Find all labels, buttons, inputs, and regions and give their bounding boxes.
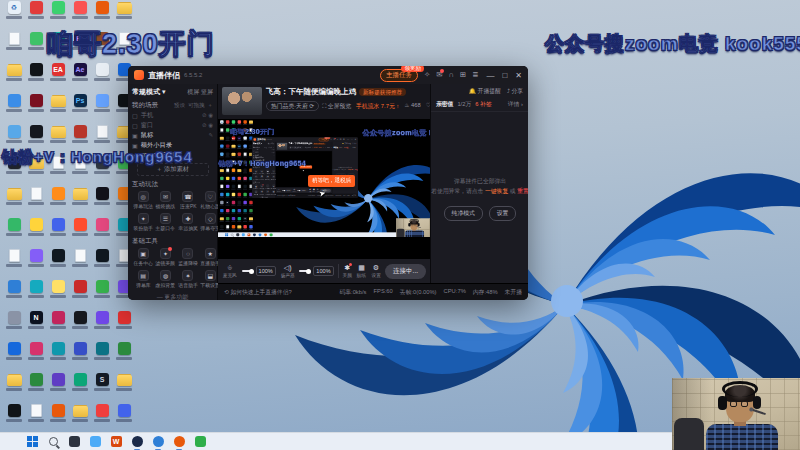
- desktop-icon[interactable]: [4, 218, 24, 244]
- tool-item[interactable]: ◍虚拟背景: [154, 270, 176, 290]
- tool-item[interactable]: ✚幸运抽奖: [177, 213, 199, 233]
- beauty-icon[interactable]: ✱: [344, 264, 350, 271]
- category-pill[interactable]: 热门品类·天府 ⟳: [266, 101, 319, 111]
- desktop-icon[interactable]: [4, 311, 24, 337]
- microphone-value[interactable]: 100%: [256, 266, 276, 276]
- fullscreen-preview-button[interactable]: ⛶ 全屏预览: [322, 102, 351, 111]
- desktop-icon[interactable]: [4, 342, 24, 368]
- desktop-icon[interactable]: S: [92, 373, 112, 399]
- desktop-icon[interactable]: [4, 187, 24, 213]
- desktop-icon[interactable]: [70, 311, 90, 337]
- desktop-icon[interactable]: [48, 311, 68, 337]
- settings-icon[interactable]: ⚙: [373, 264, 379, 271]
- desktop-icon[interactable]: [48, 373, 68, 399]
- tool-item[interactable]: ☎连麦PK: [177, 191, 199, 211]
- desktop-icon[interactable]: [26, 404, 46, 430]
- desktop-icon[interactable]: [92, 63, 112, 89]
- panel-settings-button[interactable]: 设置: [489, 206, 517, 221]
- details-link[interactable]: 详情 ›: [508, 100, 523, 109]
- scenes-link-1[interactable]: 预设: [174, 102, 185, 109]
- desktop-icon[interactable]: [92, 1, 112, 27]
- speaker-icon[interactable]: ◁): [284, 264, 292, 271]
- titlebar[interactable]: 直播伴侣 6.5.5.2 主播任务 领奖励 ✧ ✉ ∩ ⊞ ≣ — □ ✕: [128, 66, 528, 84]
- share-link[interactable]: ⤴ 分享: [507, 87, 523, 96]
- anchor-task-button[interactable]: 主播任务 领奖励: [380, 69, 418, 82]
- tool-item[interactable]: ✉福袋挑战: [154, 191, 176, 211]
- room-thumbnail[interactable]: [222, 87, 262, 115]
- taskbar-app[interactable]: [131, 436, 143, 448]
- desktop-icon[interactable]: [92, 94, 112, 120]
- intimacy-tab[interactable]: 亲密值: [436, 100, 453, 109]
- taskbar-app[interactable]: [89, 436, 101, 448]
- microphone-icon[interactable]: ⌾: [228, 264, 232, 271]
- desktop-icon[interactable]: [26, 218, 46, 244]
- more-functions-link[interactable]: — 更多功能: [132, 293, 213, 300]
- broadcast-reminder-link[interactable]: 🔔 开播提醒: [469, 87, 501, 96]
- desktop-icon[interactable]: [70, 218, 90, 244]
- desktop-icon[interactable]: [26, 63, 46, 89]
- scenes-add-icon[interactable]: ＋: [208, 102, 214, 109]
- tool-item[interactable]: ✶语音助手: [177, 270, 199, 290]
- edge-browser[interactable]: [152, 436, 164, 448]
- desktop-icon[interactable]: [48, 94, 68, 120]
- status-tip[interactable]: ⟲ 如何快速上手直播伴侣?: [224, 288, 292, 297]
- minimize-button[interactable]: —: [486, 71, 494, 80]
- desktop-icon[interactable]: [114, 404, 134, 430]
- desktop-icon[interactable]: [92, 342, 112, 368]
- desktop-icon[interactable]: EA: [48, 63, 68, 89]
- desktop-icon[interactable]: [4, 32, 24, 58]
- desktop-icon[interactable]: [4, 94, 24, 120]
- desktop-icon[interactable]: [92, 280, 112, 306]
- desktop-icon[interactable]: [114, 373, 134, 399]
- desktop-icon[interactable]: [48, 280, 68, 306]
- desktop-icon[interactable]: [70, 187, 90, 213]
- sticker-icon[interactable]: ▦: [358, 264, 365, 271]
- speaker-value[interactable]: 100%: [313, 266, 333, 276]
- desktop-icon[interactable]: [4, 373, 24, 399]
- desktop-icon[interactable]: [4, 249, 24, 275]
- desktop-icon[interactable]: [92, 249, 112, 275]
- desktop-icon[interactable]: [48, 1, 68, 27]
- desktop-icon[interactable]: [48, 187, 68, 213]
- tool-item[interactable]: ☰主题口令: [154, 213, 176, 233]
- desktop-icon[interactable]: Ps: [70, 94, 90, 120]
- apps-icon[interactable]: ⊞: [460, 71, 466, 79]
- desktop-icon[interactable]: [70, 404, 90, 430]
- desktop-icon[interactable]: [70, 342, 90, 368]
- stream-preview-canvas[interactable]: ♻NEAPrAePsS 咱哥2.30开门 公众号搜zoom电竞 kook5550…: [218, 120, 430, 258]
- reset-link[interactable]: 重置: [517, 188, 528, 194]
- desktop-icon[interactable]: [114, 342, 134, 368]
- desktop-icon[interactable]: [48, 404, 68, 430]
- effects-icon[interactable]: ✧: [424, 71, 430, 79]
- taskbar-app[interactable]: [173, 436, 185, 448]
- desktop-icon[interactable]: [114, 1, 134, 27]
- start-button[interactable]: [26, 436, 38, 448]
- desktop-icon[interactable]: [48, 249, 68, 275]
- desktop-icon[interactable]: [70, 1, 90, 27]
- desktop-icon[interactable]: N: [26, 311, 46, 337]
- tool-item[interactable]: ✦滤镜美颜: [154, 248, 176, 268]
- orientation-toggle[interactable]: 横屏 竖屏: [187, 88, 213, 97]
- maximize-button[interactable]: □: [502, 71, 507, 80]
- taskbar-app[interactable]: [194, 436, 206, 448]
- desktop-icon[interactable]: [4, 404, 24, 430]
- desktop-icon[interactable]: [92, 311, 112, 337]
- desktop-icon[interactable]: [26, 280, 46, 306]
- desktop-icon[interactable]: [92, 218, 112, 244]
- scenes-link-2[interactable]: 可拖拽: [188, 102, 205, 109]
- desktop-icon[interactable]: [26, 94, 46, 120]
- desktop-icon[interactable]: [48, 218, 68, 244]
- desktop-icon[interactable]: [4, 280, 24, 306]
- scene-item[interactable]: ▢窗口⊘ ◉: [132, 120, 213, 130]
- tool-item[interactable]: ◎弹幕玩法: [132, 191, 154, 211]
- desktop-icon[interactable]: [92, 404, 112, 430]
- desktop-icon[interactable]: [70, 373, 90, 399]
- speaker-slider[interactable]: [299, 270, 309, 272]
- desktop-icon[interactable]: [48, 342, 68, 368]
- taskbar-app[interactable]: [68, 436, 80, 448]
- desktop-icon[interactable]: [70, 280, 90, 306]
- tool-item[interactable]: ▣任务中心: [132, 248, 154, 268]
- desktop-icon[interactable]: [26, 342, 46, 368]
- scene-item[interactable]: ▣鼠标✎: [132, 130, 213, 140]
- desktop-icon[interactable]: ♻: [4, 1, 24, 27]
